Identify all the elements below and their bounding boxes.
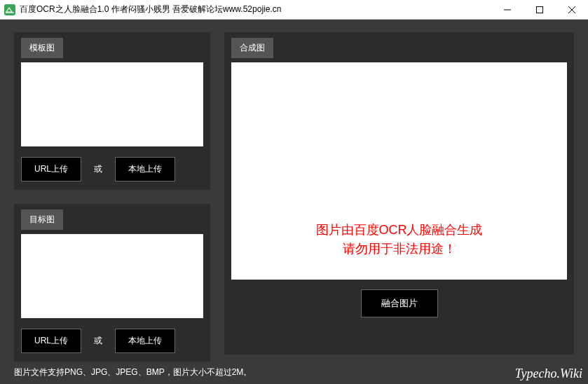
window-controls bbox=[491, 0, 588, 20]
result-panel-label: 合成图 bbox=[231, 38, 273, 58]
template-panel: 模板图 URL上传 或 本地上传 bbox=[14, 32, 210, 190]
svg-rect-0 bbox=[4, 4, 15, 15]
watermark: Typecho.Wiki bbox=[515, 366, 582, 381]
left-column: 模板图 URL上传 或 本地上传 目标图 URL上传 或 本地上传 bbox=[14, 32, 210, 355]
minimize-button[interactable] bbox=[491, 0, 524, 20]
result-text-line2: 请勿用于非法用途！ bbox=[343, 240, 456, 259]
template-local-upload-button[interactable]: 本地上传 bbox=[115, 157, 175, 181]
app-icon bbox=[4, 4, 16, 16]
app-body: 模板图 URL上传 或 本地上传 目标图 URL上传 或 本地上传 合成图 bbox=[0, 20, 588, 384]
target-panel-label: 目标图 bbox=[21, 210, 63, 230]
target-panel: 目标图 URL上传 或 本地上传 bbox=[14, 204, 210, 362]
result-panel: 合成图 图片由百度OCR人脸融合生成 请勿用于非法用途！ 融合图片 bbox=[224, 32, 574, 355]
result-text-line1: 图片由百度OCR人脸融合生成 bbox=[316, 221, 483, 240]
footer-hint: 图片文件支持PNG、JPG、JPEG、BMP，图片大小不超过2M。 bbox=[14, 366, 252, 378]
target-preview bbox=[21, 234, 203, 318]
target-local-upload-button[interactable]: 本地上传 bbox=[115, 329, 175, 353]
template-button-row: URL上传 或 本地上传 bbox=[21, 157, 203, 181]
template-url-upload-button[interactable]: URL上传 bbox=[21, 157, 81, 181]
target-sep-text: 或 bbox=[88, 335, 108, 347]
close-button[interactable] bbox=[556, 0, 588, 20]
merge-button[interactable]: 融合图片 bbox=[361, 289, 438, 317]
svg-rect-2 bbox=[537, 6, 543, 13]
maximize-button[interactable] bbox=[524, 0, 556, 20]
target-button-row: URL上传 或 本地上传 bbox=[21, 329, 203, 353]
template-sep-text: 或 bbox=[88, 163, 108, 175]
template-preview bbox=[21, 62, 203, 146]
result-preview: 图片由百度OCR人脸融合生成 请勿用于非法用途！ bbox=[231, 62, 567, 280]
content-wrap: 模板图 URL上传 或 本地上传 目标图 URL上传 或 本地上传 合成图 bbox=[14, 32, 574, 355]
window-titlebar: 百度OCR之人脸融合1.0 作者闷骚小贱男 吾爱破解论坛www.52pojie.… bbox=[0, 0, 588, 20]
target-url-upload-button[interactable]: URL上传 bbox=[21, 329, 81, 353]
merge-button-wrap: 融合图片 bbox=[224, 289, 574, 317]
window-title: 百度OCR之人脸融合1.0 作者闷骚小贱男 吾爱破解论坛www.52pojie.… bbox=[20, 4, 491, 15]
template-panel-label: 模板图 bbox=[21, 38, 63, 58]
